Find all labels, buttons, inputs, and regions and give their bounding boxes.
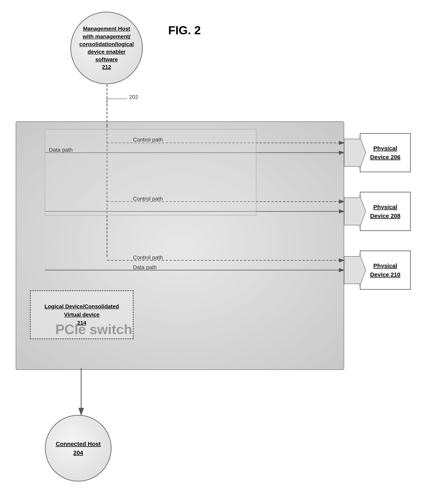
management-host-label: Management Host with management/ consoli…: [76, 21, 138, 75]
physical-device-208: PhysicalDevice 208: [360, 192, 411, 231]
ref-202-label: 202: [129, 94, 138, 100]
logical-device-label: Logical Device/Consolidated Virtual devi…: [44, 302, 119, 327]
control-path-3-label: Control path: [133, 254, 163, 261]
data-path-1-label: Data path: [49, 147, 72, 153]
control-path-1-label: Control path: [133, 137, 163, 143]
physical-device-210: PhysicalDevice 210: [360, 251, 411, 290]
physical-device-210-label: PhysicalDevice 210: [370, 261, 400, 279]
control-path-2-label: Control path: [133, 196, 163, 202]
diagram-container: Management Host with management/ consoli…: [0, 0, 432, 504]
figure-label: FIG. 2: [168, 24, 201, 37]
physical-device-208-label: PhysicalDevice 208: [370, 203, 400, 220]
management-host-node: Management Host with management/ consoli…: [71, 12, 143, 84]
pcie-switch-box: PCIe switch Logical Device/Consolidated …: [16, 121, 344, 370]
connected-host-label: Connected Host 204: [56, 439, 101, 457]
physical-device-206-label: PhysicalDevice 206: [370, 144, 400, 162]
logical-device-box: Logical Device/Consolidated Virtual devi…: [30, 290, 133, 339]
data-path-2-label: Data path: [133, 264, 157, 270]
connected-host-node: Connected Host 204: [45, 415, 112, 481]
physical-device-206: PhysicalDevice 206: [360, 133, 411, 172]
